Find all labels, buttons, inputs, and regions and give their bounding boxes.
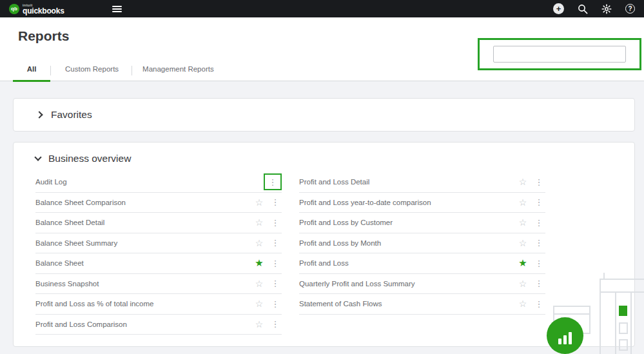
report-row-actions: ☆ ⋮ [253,297,282,311]
report-link[interactable]: Statement of Cash Flows [299,300,382,308]
tab-all[interactable]: All [13,65,50,81]
report-row: Statement of Cash Flows ☆ ⋮ [299,294,545,315]
report-link[interactable]: Profit and Loss [299,259,349,267]
row-menu-icon[interactable]: ⋮ [535,198,543,206]
favorite-star-icon[interactable]: ☆ [517,238,529,248]
favorite-star-icon[interactable]: ☆ [517,177,529,187]
row-menu-box: ⋮ [269,297,282,311]
tab-custom-reports[interactable]: Custom Reports [65,65,119,81]
report-row-actions: ☆ ⋮ [517,195,545,210]
report-row: Quarterly Profit and Loss Summary ☆ ⋮ [299,274,545,295]
row-menu-box: ⋮ [532,195,545,210]
report-row: Profit and Loss as % of total income ☆ ⋮ [35,294,282,315]
search-icon[interactable] [578,4,588,14]
favorite-star-icon[interactable]: ☆ [253,279,265,289]
gear-icon[interactable] [601,4,612,14]
tab-divider [50,66,51,75]
row-menu-icon[interactable]: ⋮ [535,300,543,308]
report-link[interactable]: Profit and Loss Detail [299,178,369,186]
report-row: Audit Log ☆ ⋮ [35,172,282,193]
row-menu-box: ⋮ [269,236,282,250]
row-menu-icon[interactable]: ⋮ [271,320,280,328]
row-menu-icon[interactable]: ⋮ [271,259,280,268]
row-menu-icon[interactable]: ⋮ [271,219,280,227]
brand-text: intuit quickbooks [23,3,64,15]
report-link[interactable]: Balance Sheet Summary [35,239,117,247]
report-link[interactable]: Audit Log [35,178,67,186]
business-overview-header[interactable]: Business overview [35,153,634,164]
report-tabs: All Custom Reports Management Reports [0,59,644,81]
row-menu-icon[interactable]: ⋮ [535,259,543,268]
report-row: Profit and Loss year-to-date comparison … [299,193,545,213]
favorite-star-icon[interactable]: ☆ [517,279,529,289]
favorite-star-icon[interactable]: ☆ [253,217,265,228]
row-menu-icon[interactable]: ⋮ [271,279,280,288]
business-overview-title: Business overview [48,153,131,164]
row-menu-box: ⋮ [532,215,545,230]
row-menu-box: ⋮ [269,317,282,331]
favorite-star-icon[interactable]: ☆ [517,217,529,228]
favorite-star-icon[interactable]: ☆ [253,319,265,329]
favorite-star-icon[interactable]: ☆ [253,299,265,309]
hamburger-menu-icon[interactable] [111,5,123,14]
report-row: Business Snapshot ☆ ⋮ [35,274,282,295]
row-menu-box: ⋮ [269,195,282,210]
row-menu-box: ⋮ [532,175,545,189]
row-menu-icon[interactable]: ⋮ [271,300,280,308]
report-row: Balance Sheet Detail ☆ ⋮ [35,213,282,233]
create-plus-icon[interactable]: + [553,3,564,14]
topbar-actions: + ? [553,3,635,14]
report-row: Profit and Loss Detail ☆ ⋮ [299,172,545,193]
report-columns: Audit Log ☆ ⋮ Balance Sheet Comparison ☆… [35,172,634,335]
report-row-actions: ★ ⋮ [253,256,282,270]
favorite-star-icon[interactable]: ☆ [253,197,265,208]
tab-management-reports[interactable]: Management Reports [142,65,214,81]
report-row-actions: ☆ ⋮ [517,175,545,189]
chart-fab-button[interactable] [547,317,583,354]
report-row: Balance Sheet Comparison ☆ ⋮ [35,193,282,213]
report-link[interactable]: Balance Sheet Comparison [35,199,126,206]
row-menu-icon[interactable]: ⋮ [535,219,543,227]
row-menu-icon[interactable]: ⋮ [535,279,543,288]
report-row-actions: ☆ ⋮ [517,215,545,230]
row-menu-box: ⋮ [264,173,282,190]
report-row-actions: ☆ ⋮ [248,173,282,190]
report-link[interactable]: Profit and Loss as % of total income [35,300,153,308]
favorites-section[interactable]: Favorites [13,98,635,132]
row-menu-icon[interactable]: ⋮ [271,239,280,247]
report-column-right: Profit and Loss Detail ☆ ⋮ Profit and Lo… [299,172,545,315]
report-row: Profit and Loss by Month ☆ ⋮ [299,233,545,254]
favorite-star-icon[interactable]: ★ [253,257,265,269]
report-link[interactable]: Profit and Loss Comparison [35,320,127,328]
favorite-star-icon[interactable]: ★ [517,257,529,269]
report-link[interactable]: Quarterly Profit and Loss Summary [299,280,415,288]
report-row: Balance Sheet ★ ⋮ [35,253,282,274]
favorite-star-icon[interactable]: ☆ [253,238,265,248]
chevron-down-icon [34,153,41,161]
row-menu-box: ⋮ [532,236,545,250]
report-row-actions: ☆ ⋮ [253,236,282,250]
report-link[interactable]: Balance Sheet Detail [35,219,104,226]
business-overview-section: Business overview Audit Log ☆ ⋮ Balance … [13,142,635,347]
favorite-star-icon[interactable]: ☆ [517,299,529,309]
report-link[interactable]: Profit and Loss year-to-date comparison [299,199,431,206]
report-row: Profit and Loss Comparison ☆ ⋮ [35,315,282,335]
report-row-actions: ☆ ⋮ [517,297,545,311]
report-row-actions: ☆ ⋮ [253,195,282,210]
row-menu-icon[interactable]: ⋮ [269,178,277,186]
report-link[interactable]: Balance Sheet [35,259,84,267]
favorite-star-icon[interactable]: ☆ [517,197,529,208]
quickbooks-logo[interactable]: qb intuit quickbooks [9,3,64,15]
chevron-right-icon [35,111,43,118]
help-icon[interactable]: ? [625,4,635,14]
report-row-actions: ☆ ⋮ [517,236,545,250]
bar-chart-icon [558,339,561,344]
report-link[interactable]: Profit and Loss by Month [299,239,381,247]
row-menu-icon[interactable]: ⋮ [535,178,543,186]
row-menu-box: ⋮ [269,256,282,270]
report-link[interactable]: Profit and Loss by Customer [299,219,393,226]
row-menu-icon[interactable]: ⋮ [271,198,280,206]
row-menu-icon[interactable]: ⋮ [535,239,543,247]
report-link[interactable]: Business Snapshot [35,280,99,288]
row-menu-box: ⋮ [269,215,282,230]
